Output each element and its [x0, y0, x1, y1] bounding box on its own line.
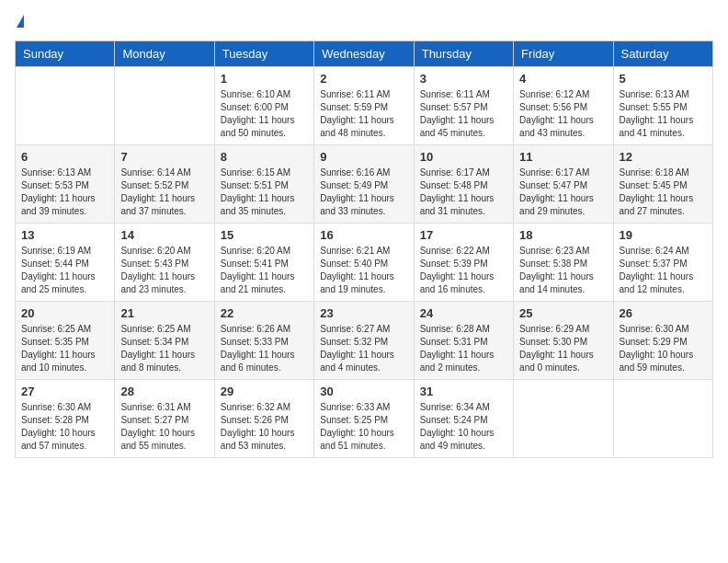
day-number: 26	[620, 306, 707, 320]
day-number: 24	[420, 306, 507, 320]
day-number: 27	[21, 385, 108, 398]
calendar-header-thursday: Thursday	[414, 41, 513, 67]
day-info: Sunrise: 6:16 AMSunset: 5:49 PMDaylight:…	[320, 167, 407, 218]
day-info: Sunrise: 6:11 AMSunset: 5:57 PMDaylight:…	[420, 88, 507, 140]
calendar-cell: 20Sunrise: 6:25 AMSunset: 5:35 PMDayligh…	[16, 302, 115, 380]
day-number: 3	[420, 72, 507, 86]
calendar-cell: 17Sunrise: 6:22 AMSunset: 5:39 PMDayligh…	[414, 224, 513, 302]
calendar-header-wednesday: Wednesday	[314, 41, 414, 67]
day-info: Sunrise: 6:20 AMSunset: 5:41 PMDaylight:…	[221, 245, 308, 296]
page-header	[15, 15, 713, 29]
calendar-week-row: 13Sunrise: 6:19 AMSunset: 5:44 PMDayligh…	[16, 224, 713, 302]
day-info: Sunrise: 6:10 AMSunset: 6:00 PMDaylight:…	[221, 88, 308, 140]
day-number: 9	[320, 150, 407, 164]
calendar-cell: 3Sunrise: 6:11 AMSunset: 5:57 PMDaylight…	[414, 67, 513, 145]
calendar-cell: 12Sunrise: 6:18 AMSunset: 5:45 PMDayligh…	[613, 145, 712, 224]
calendar-cell	[115, 67, 214, 145]
calendar-header-friday: Friday	[514, 41, 613, 67]
day-info: Sunrise: 6:30 AMSunset: 5:29 PMDaylight:…	[620, 323, 707, 374]
day-number: 29	[221, 385, 308, 398]
day-info: Sunrise: 6:24 AMSunset: 5:37 PMDaylight:…	[620, 245, 707, 296]
day-info: Sunrise: 6:11 AMSunset: 5:59 PMDaylight:…	[320, 88, 407, 140]
calendar-cell: 18Sunrise: 6:23 AMSunset: 5:38 PMDayligh…	[514, 224, 613, 302]
calendar-cell: 11Sunrise: 6:17 AMSunset: 5:47 PMDayligh…	[514, 145, 613, 224]
day-info: Sunrise: 6:28 AMSunset: 5:31 PMDaylight:…	[420, 323, 507, 374]
day-number: 30	[320, 385, 407, 398]
logo-triangle-icon	[17, 15, 24, 28]
day-number: 18	[519, 228, 607, 242]
logo	[15, 15, 24, 29]
day-info: Sunrise: 6:27 AMSunset: 5:32 PMDaylight:…	[320, 323, 407, 374]
calendar-cell: 5Sunrise: 6:13 AMSunset: 5:55 PMDaylight…	[613, 67, 712, 145]
day-info: Sunrise: 6:13 AMSunset: 5:55 PMDaylight:…	[620, 88, 707, 140]
day-info: Sunrise: 6:22 AMSunset: 5:39 PMDaylight:…	[420, 245, 507, 296]
day-info: Sunrise: 6:13 AMSunset: 5:53 PMDaylight:…	[21, 167, 108, 218]
calendar-week-row: 6Sunrise: 6:13 AMSunset: 5:53 PMDaylight…	[16, 145, 713, 224]
day-info: Sunrise: 6:17 AMSunset: 5:48 PMDaylight:…	[420, 167, 507, 218]
day-number: 31	[420, 385, 507, 398]
day-info: Sunrise: 6:17 AMSunset: 5:47 PMDaylight:…	[519, 167, 607, 218]
day-number: 11	[519, 150, 607, 164]
calendar-week-row: 27Sunrise: 6:30 AMSunset: 5:28 PMDayligh…	[16, 380, 713, 458]
calendar-cell: 29Sunrise: 6:32 AMSunset: 5:26 PMDayligh…	[214, 380, 313, 458]
day-info: Sunrise: 6:33 AMSunset: 5:25 PMDaylight:…	[320, 401, 407, 453]
day-number: 12	[620, 150, 707, 164]
day-info: Sunrise: 6:30 AMSunset: 5:28 PMDaylight:…	[21, 401, 108, 453]
calendar-cell: 31Sunrise: 6:34 AMSunset: 5:24 PMDayligh…	[414, 380, 513, 458]
day-number: 25	[519, 306, 607, 320]
calendar-cell: 15Sunrise: 6:20 AMSunset: 5:41 PMDayligh…	[214, 224, 313, 302]
calendar-cell	[514, 380, 613, 458]
day-number: 5	[620, 72, 707, 86]
day-number: 15	[221, 228, 308, 242]
calendar-cell: 27Sunrise: 6:30 AMSunset: 5:28 PMDayligh…	[16, 380, 115, 458]
day-info: Sunrise: 6:25 AMSunset: 5:34 PMDaylight:…	[120, 323, 208, 374]
day-info: Sunrise: 6:26 AMSunset: 5:33 PMDaylight:…	[221, 323, 308, 374]
day-info: Sunrise: 6:29 AMSunset: 5:30 PMDaylight:…	[519, 323, 607, 374]
day-number: 10	[420, 150, 507, 164]
calendar-cell: 28Sunrise: 6:31 AMSunset: 5:27 PMDayligh…	[115, 380, 214, 458]
calendar-cell: 6Sunrise: 6:13 AMSunset: 5:53 PMDaylight…	[16, 145, 115, 224]
day-info: Sunrise: 6:23 AMSunset: 5:38 PMDaylight:…	[519, 245, 607, 296]
day-number: 2	[320, 72, 407, 86]
day-info: Sunrise: 6:20 AMSunset: 5:43 PMDaylight:…	[120, 245, 208, 296]
day-number: 6	[21, 150, 108, 164]
calendar-cell: 1Sunrise: 6:10 AMSunset: 6:00 PMDaylight…	[214, 67, 313, 145]
day-number: 13	[21, 228, 108, 242]
calendar-cell: 16Sunrise: 6:21 AMSunset: 5:40 PMDayligh…	[314, 224, 414, 302]
calendar-cell: 25Sunrise: 6:29 AMSunset: 5:30 PMDayligh…	[514, 302, 613, 380]
calendar-header-row: SundayMondayTuesdayWednesdayThursdayFrid…	[16, 41, 713, 67]
day-number: 7	[120, 150, 208, 164]
calendar-header-sunday: Sunday	[16, 41, 115, 67]
calendar-cell: 2Sunrise: 6:11 AMSunset: 5:59 PMDaylight…	[314, 67, 414, 145]
calendar-cell: 24Sunrise: 6:28 AMSunset: 5:31 PMDayligh…	[414, 302, 513, 380]
calendar-cell: 7Sunrise: 6:14 AMSunset: 5:52 PMDaylight…	[115, 145, 214, 224]
day-info: Sunrise: 6:21 AMSunset: 5:40 PMDaylight:…	[320, 245, 407, 296]
day-info: Sunrise: 6:19 AMSunset: 5:44 PMDaylight:…	[21, 245, 108, 296]
calendar-header-tuesday: Tuesday	[214, 41, 313, 67]
day-info: Sunrise: 6:32 AMSunset: 5:26 PMDaylight:…	[221, 401, 308, 453]
calendar-week-row: 20Sunrise: 6:25 AMSunset: 5:35 PMDayligh…	[16, 302, 713, 380]
day-info: Sunrise: 6:18 AMSunset: 5:45 PMDaylight:…	[620, 167, 707, 218]
calendar-cell: 30Sunrise: 6:33 AMSunset: 5:25 PMDayligh…	[314, 380, 414, 458]
calendar-cell: 10Sunrise: 6:17 AMSunset: 5:48 PMDayligh…	[414, 145, 513, 224]
calendar-cell: 8Sunrise: 6:15 AMSunset: 5:51 PMDaylight…	[214, 145, 313, 224]
day-info: Sunrise: 6:14 AMSunset: 5:52 PMDaylight:…	[120, 167, 208, 218]
calendar-week-row: 1Sunrise: 6:10 AMSunset: 6:00 PMDaylight…	[16, 67, 713, 145]
day-number: 21	[120, 306, 208, 320]
day-number: 20	[21, 306, 108, 320]
calendar-header-saturday: Saturday	[613, 41, 712, 67]
day-info: Sunrise: 6:34 AMSunset: 5:24 PMDaylight:…	[420, 401, 507, 453]
calendar-cell: 21Sunrise: 6:25 AMSunset: 5:34 PMDayligh…	[115, 302, 214, 380]
day-number: 14	[120, 228, 208, 242]
calendar-cell: 4Sunrise: 6:12 AMSunset: 5:56 PMDaylight…	[514, 67, 613, 145]
day-info: Sunrise: 6:25 AMSunset: 5:35 PMDaylight:…	[21, 323, 108, 374]
day-number: 19	[620, 228, 707, 242]
day-number: 1	[221, 72, 308, 86]
calendar-header-monday: Monday	[115, 41, 214, 67]
day-number: 28	[120, 385, 208, 398]
day-info: Sunrise: 6:12 AMSunset: 5:56 PMDaylight:…	[519, 88, 607, 140]
calendar-cell: 19Sunrise: 6:24 AMSunset: 5:37 PMDayligh…	[613, 224, 712, 302]
day-number: 8	[221, 150, 308, 164]
calendar-cell: 26Sunrise: 6:30 AMSunset: 5:29 PMDayligh…	[613, 302, 712, 380]
calendar-cell: 23Sunrise: 6:27 AMSunset: 5:32 PMDayligh…	[314, 302, 414, 380]
